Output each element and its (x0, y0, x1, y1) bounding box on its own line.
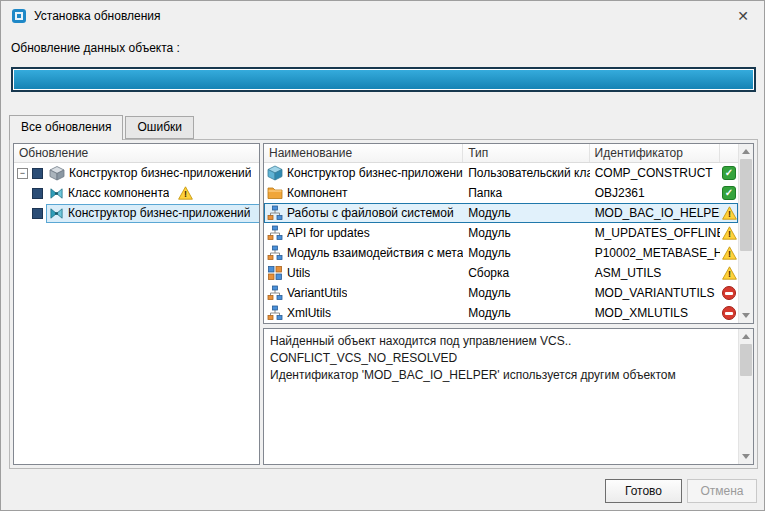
scroll-up-icon (742, 334, 750, 339)
row-type: Пользовательский класс (463, 166, 589, 180)
module-icon (267, 245, 283, 261)
scroll-up-button[interactable] (739, 144, 753, 159)
warning-icon: ! (722, 206, 737, 220)
row-name: Конструктор бизнес-приложений (287, 166, 463, 180)
table-body: Конструктор бизнес-приложенийПользовател… (264, 163, 738, 323)
row-name: Модуль взаимодействия с метабазой (287, 246, 463, 260)
expander-icon[interactable]: − (17, 168, 28, 179)
column-header-name[interactable]: Наименование (264, 144, 463, 162)
row-type: Сборка (463, 266, 589, 280)
table-row[interactable]: XmlUtilsМодульMOD_XMLUTILS (264, 303, 738, 323)
check-icon: ✓ (722, 186, 736, 200)
scroll-up-icon (742, 149, 750, 154)
scroll-down-button[interactable] (739, 449, 753, 464)
row-name: Utils (287, 266, 310, 280)
row-name: Компонент (287, 186, 348, 200)
row-id: MOD_XMLUTILS (590, 306, 720, 320)
row-name: VariantUtils (287, 286, 347, 300)
svg-text:!: ! (728, 249, 731, 259)
module-icon (267, 225, 283, 241)
row-id: COMP_CONSTRUCT (590, 166, 720, 180)
progress-label: Обновление данных объекта : (11, 41, 180, 55)
row-id: P10002_METABASE_HELPI (590, 246, 720, 260)
svg-text:!: ! (728, 269, 731, 279)
scroll-down-icon (742, 313, 750, 318)
tree-column-header[interactable]: Обновление (14, 144, 259, 163)
module-icon (267, 205, 283, 221)
row-type: Папка (463, 186, 589, 200)
tree-item[interactable]: Класс компонента! (14, 183, 259, 203)
error-icon (722, 306, 736, 320)
warning-icon: ! (722, 246, 737, 260)
check-icon: ✓ (722, 166, 736, 180)
titlebar: Установка обновления ✕ (1, 1, 764, 31)
cancel-button[interactable]: Отмена (687, 479, 757, 503)
svg-text:!: ! (728, 209, 731, 219)
column-header-id[interactable]: Идентификатор (590, 144, 720, 162)
table-scrollbar[interactable] (738, 144, 753, 323)
class-icon (49, 186, 64, 201)
row-name: Работы с файловой системой (287, 206, 454, 220)
scrollbar-thumb[interactable] (740, 344, 752, 376)
tree-item-label: Конструктор бизнес-приложений (69, 166, 251, 180)
message-scrollbar[interactable] (738, 329, 753, 464)
table-row[interactable]: Модуль взаимодействия с метабазойМодульP… (264, 243, 738, 263)
table-header: Наименование Тип Идентификатор (264, 144, 738, 163)
svg-text:!: ! (728, 229, 731, 239)
row-type: Модуль (463, 226, 589, 240)
done-button[interactable]: Готово (605, 479, 682, 503)
scroll-track[interactable] (739, 159, 753, 308)
row-type: Модуль (463, 206, 589, 220)
message-line: Идентификатор 'MOD_BAC_IO_HELPER' исполь… (270, 367, 732, 384)
close-button[interactable]: ✕ (732, 8, 754, 24)
tree-item[interactable]: −Конструктор бизнес-приложений! (14, 163, 259, 183)
tree-item-label: Конструктор бизнес-приложений (68, 206, 250, 220)
class-icon (49, 206, 64, 221)
tab-all-updates[interactable]: Все обновления (9, 115, 123, 140)
svg-text:!: ! (184, 189, 187, 199)
tab-page: Обновление −Конструктор бизнес-приложени… (9, 139, 758, 469)
tab-strip: Все обновления Ошибки (9, 115, 196, 140)
folder-icon (267, 185, 283, 201)
tree-checkbox[interactable] (32, 168, 43, 179)
module-icon (267, 305, 283, 321)
column-header-type[interactable]: Тип (463, 144, 589, 162)
row-name: XmlUtils (287, 306, 331, 320)
table-row[interactable]: Работы с файловой системойМодульMOD_BAC_… (264, 203, 738, 223)
table-row[interactable]: VariantUtilsМодульMOD_VARIANTUTILS (264, 283, 738, 303)
scroll-down-icon (742, 454, 750, 459)
tab-errors[interactable]: Ошибки (125, 116, 194, 139)
message-text: Найденный объект находится под управлени… (264, 329, 738, 464)
warning-icon: ! (722, 226, 737, 240)
progress-fill (14, 70, 753, 89)
scroll-down-button[interactable] (739, 308, 753, 323)
table-row[interactable]: API for updatesМодульM_UPDATES_OFFLINE_A… (264, 223, 738, 243)
table-row[interactable]: Конструктор бизнес-приложенийПользовател… (264, 163, 738, 183)
row-type: Модуль (463, 286, 589, 300)
dialog-window: Установка обновления ✕ Обновление данных… (0, 0, 765, 511)
update-tree-panel: Обновление −Конструктор бизнес-приложени… (13, 143, 260, 465)
row-id: MOD_VARIANTUTILS (590, 286, 720, 300)
message-line: CONFLICT_VCS_NO_RESOLVED (270, 350, 732, 367)
row-type: Модуль (463, 306, 589, 320)
scroll-up-button[interactable] (739, 329, 753, 344)
scrollbar-thumb[interactable] (740, 159, 752, 251)
minus-bar (725, 292, 733, 295)
module-icon (267, 285, 283, 301)
column-header-status (720, 144, 738, 162)
objects-table: Наименование Тип Идентификатор Конструкт… (263, 143, 754, 324)
app-icon (11, 8, 27, 24)
cube-icon (267, 165, 283, 181)
warning-icon: ! (259, 206, 260, 220)
tree-checkbox[interactable] (32, 208, 43, 219)
scroll-track[interactable] (739, 344, 753, 449)
tree-checkbox[interactable] (32, 188, 43, 199)
row-id: MOD_BAC_IO_HELPER (590, 206, 720, 220)
warning-icon: ! (178, 186, 193, 200)
components-icon (49, 165, 65, 181)
window-title: Установка обновления (34, 9, 161, 23)
progress-bar (11, 67, 756, 92)
table-row[interactable]: КомпонентПапкаOBJ2361✓ (264, 183, 738, 203)
tree-item[interactable]: Конструктор бизнес-приложений! (14, 203, 259, 223)
table-row[interactable]: UtilsСборкаASM_UTILS! (264, 263, 738, 283)
